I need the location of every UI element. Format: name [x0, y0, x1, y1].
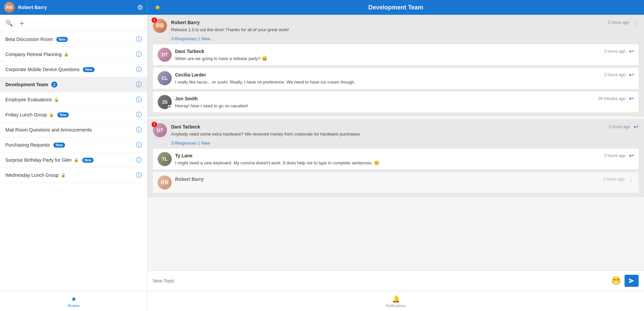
room-name: Development Team2	[5, 82, 136, 88]
reply2-header: Cecilia Larder 2 hours ago ↩	[175, 71, 634, 79]
reply-tl-reply-icon[interactable]: ↩	[629, 152, 634, 159]
info-icon[interactable]: ⓘ	[136, 111, 142, 119]
reply1-time: 2 hours ago	[604, 49, 626, 54]
reply2-time-actions: 2 hours ago ↩	[604, 71, 634, 79]
reply-rb2-avatar: RB	[158, 175, 172, 190]
compose-input[interactable]	[153, 278, 608, 283]
online-indicator	[168, 105, 171, 108]
reply-card: DT Dani Tarbeck 2 hours ago ↩	[153, 44, 639, 65]
reply1-avatar-wrapper: DT	[158, 48, 172, 62]
room-item-wednesday[interactable]: Wednesday Lunch Group 🔒 ⓘ	[0, 168, 147, 183]
star-icon[interactable]: ★	[154, 3, 161, 12]
thread2-text: Anybody need some extra hardware? We rec…	[171, 131, 639, 137]
info-icon[interactable]: ⓘ	[136, 81, 142, 89]
room-item-eval[interactable]: Employee Evaluations 🔒 ⓘ	[0, 92, 147, 107]
avatar: RB	[4, 2, 15, 13]
reply1-body: Dani Tarbeck 2 hours ago ↩ When are we g…	[175, 48, 634, 62]
send-button[interactable]	[625, 275, 639, 287]
thread2-header: Dani Tarbeck 2 hours ago ↩	[171, 123, 639, 131]
gear-icon[interactable]: ⚙	[137, 3, 143, 11]
room-name-text: Employee Evaluations	[5, 97, 52, 102]
info-icon[interactable]: ⓘ	[136, 96, 142, 104]
thread1-header: Robert Barry 2 hours ago ⋮	[171, 19, 639, 26]
room-name-text: Mail Room Questions and Annoucements	[5, 127, 92, 133]
thread1-time: 2 hours ago	[608, 20, 629, 25]
reply-card: JS Jon Smith 59 minutes ago ↩	[153, 92, 639, 112]
notifications-tab[interactable]: 🔔 Notifications	[148, 295, 644, 308]
rooms-tab[interactable]: ★ Rooms	[0, 295, 147, 308]
thread1-responses: 3 Responses 1 New	[153, 36, 639, 42]
thread-badge-2: DT 1	[153, 123, 167, 137]
messages-area: RB 1 Robert Barry 2 hours ago ⋮ Release	[148, 15, 644, 270]
room-name-text: Friday Lunch Group	[5, 112, 47, 117]
thread1-responses-link[interactable]: 3 Responses 1 New	[171, 36, 210, 41]
reply-rb2-more-icon[interactable]: ⋮	[628, 175, 634, 183]
room-item-surprise[interactable]: Surprise Birthday Party for Glen 🔒New ⓘ	[0, 153, 147, 168]
info-icon[interactable]: ⓘ	[136, 35, 142, 43]
room-item-company[interactable]: Company Retreat Planning 🔒 ⓘ	[0, 47, 147, 62]
room-name: Beta Discussion RoomNew	[5, 37, 136, 42]
thread2-responses-link[interactable]: 3 Responses 1 New	[171, 141, 210, 146]
room-name-text: Beta Discussion Room	[5, 37, 53, 42]
room-item-beta[interactable]: Beta Discussion RoomNew ⓘ	[0, 32, 147, 47]
room-item-corporate[interactable]: Corporate Mobile Device QuestionsNew ⓘ	[0, 62, 147, 77]
room-name: Purchasing RequestsNew	[5, 142, 136, 148]
reply-tl-header: Ty Lane 2 hours ago ↩	[175, 152, 634, 159]
reply-tl-time: 2 hours ago	[604, 153, 626, 158]
thread-group-2: DT 1 Dani Tarbeck 2 hours ago ↩ Anybody	[148, 119, 644, 197]
reply1-sender: Dani Tarbeck	[175, 49, 204, 54]
room-item-dev[interactable]: Development Team2 ⓘ	[0, 77, 147, 92]
reply-card: CL Cecilia Larder 2 hours ago ↩	[153, 68, 639, 89]
room-name-text: Development Team	[5, 82, 48, 87]
thread2-time-actions: 2 hours ago ↩	[609, 123, 639, 131]
reply1-reply-icon[interactable]: ↩	[629, 48, 634, 55]
info-icon[interactable]: ⓘ	[136, 141, 142, 149]
reply2-reply-icon[interactable]: ↩	[629, 71, 634, 79]
room-name-text: Corporate Mobile Device Questions	[5, 67, 79, 72]
reply2-time: 2 hours ago	[604, 72, 626, 77]
thread-badge-1: RB 1	[153, 19, 167, 33]
sidebar-search-bar: 🔍 ＋	[0, 15, 147, 32]
room-item-mail[interactable]: Mail Room Questions and Annoucements ⓘ	[0, 122, 147, 138]
notifications-tab-label: Notifications	[386, 304, 406, 308]
room-name-text: Wednesday Lunch Group	[5, 172, 59, 178]
thread1-more-icon[interactable]: ⋮	[633, 19, 639, 26]
sidebar: 🔍 ＋ Beta Discussion RoomNew ⓘ Company Re…	[0, 15, 148, 311]
room-name: Mail Room Questions and Annoucements	[5, 127, 136, 133]
info-icon[interactable]: ⓘ	[136, 156, 142, 164]
room-item-friday[interactable]: Friday Lunch Group 🔒New ⓘ	[0, 107, 147, 122]
reply3-reply-icon[interactable]: ↩	[629, 95, 634, 102]
main-header: ★ Development Team	[148, 3, 644, 12]
info-icon[interactable]: ⓘ	[136, 126, 142, 134]
reply3-text: Horray! Now I need to go on vacation!	[175, 103, 634, 109]
thread2-sender: Dani Tarbeck	[171, 124, 200, 129]
rooms-tab-label: Rooms	[68, 304, 79, 308]
reply1-text: When are we going to have a release part…	[175, 56, 634, 62]
main-layout: 🔍 ＋ Beta Discussion RoomNew ⓘ Company Re…	[0, 15, 644, 311]
info-icon[interactable]: ⓘ	[136, 171, 142, 179]
room-name: Employee Evaluations 🔒	[5, 97, 136, 102]
badge-new: New	[57, 112, 69, 117]
room-name-text: Company Retreat Planning	[5, 52, 62, 57]
badge-new: New	[83, 67, 95, 72]
emoji-button[interactable]: 😁	[611, 276, 621, 286]
unread-badge-2: 1	[152, 122, 157, 127]
search-icon[interactable]: 🔍	[5, 19, 13, 27]
main-bottom-nav: 🔔 Notifications	[148, 291, 644, 311]
reply-rb2-wrapper: RB	[158, 175, 172, 190]
thread2-reply-icon[interactable]: ↩	[634, 123, 639, 131]
thread1-text: Release 1.0 is out the door! Thanks for …	[171, 27, 639, 33]
reply-tl-time-actions: 2 hours ago ↩	[604, 152, 634, 159]
lock-icon: 🔒	[49, 112, 54, 117]
thread-main-message-2: DT 1 Dani Tarbeck 2 hours ago ↩ Anybody	[153, 123, 639, 137]
thread2-time: 2 hours ago	[609, 124, 630, 129]
room-item-purchasing[interactable]: Purchasing RequestsNew ⓘ	[0, 138, 147, 153]
info-icon[interactable]: ⓘ	[136, 50, 142, 58]
add-room-icon[interactable]: ＋	[18, 18, 25, 28]
thread1-body: Robert Barry 2 hours ago ⋮ Release 1.0 i…	[171, 19, 639, 33]
reply1-header: Dani Tarbeck 2 hours ago ↩	[175, 48, 634, 55]
channel-title: Development Team	[368, 4, 423, 11]
badge-new: New	[53, 143, 65, 148]
room-list: Beta Discussion RoomNew ⓘ Company Retrea…	[0, 32, 147, 291]
info-icon[interactable]: ⓘ	[136, 65, 142, 73]
